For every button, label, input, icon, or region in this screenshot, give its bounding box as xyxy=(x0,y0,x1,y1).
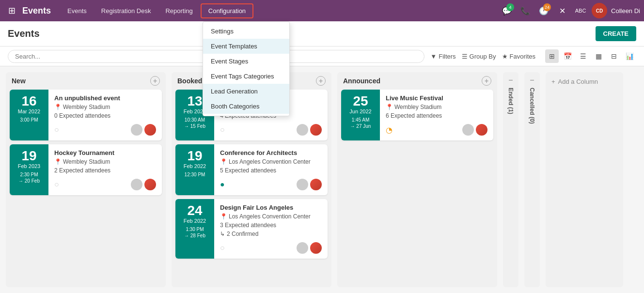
card-date-new-2: 19 Feb 2023 2:30 PM → 20 Feb xyxy=(10,144,48,195)
page-title: Events xyxy=(8,28,40,39)
card-title[interactable]: Live Music Festival xyxy=(386,94,487,102)
favorites-btn[interactable]: ★ Favorites xyxy=(502,53,535,60)
menu-event-templates[interactable]: Event Templates xyxy=(203,39,289,54)
column-booked-add-btn[interactable]: + xyxy=(316,76,326,86)
column-new-title: New xyxy=(12,77,26,85)
create-button[interactable]: CREATE xyxy=(596,26,636,41)
location-pin-icon: 📍 xyxy=(54,104,62,110)
clock-icon-btn[interactable]: 🕐 24 xyxy=(536,3,551,18)
card-date-announced-1: 25 Jun 2022 1:45 AM → 27 Jun xyxy=(341,90,380,140)
menu-event-stages[interactable]: Event Stages xyxy=(203,54,289,69)
card-user-icons xyxy=(297,242,322,254)
table-row: 16 Mar 2022 3:00 PM An unpublished event… xyxy=(10,90,162,140)
card-date-arrow: → 27 Jun xyxy=(350,123,371,129)
status-orange-icon[interactable]: ◔ xyxy=(386,125,393,135)
card-day: 25 xyxy=(353,94,368,108)
column-ended-collapsed[interactable]: − Ended (1) xyxy=(503,72,518,287)
user-avatar-icon xyxy=(310,179,322,190)
menu-lead-generation[interactable]: Lead Generation xyxy=(203,84,289,99)
menu-event-tags-categories[interactable]: Event Tags Categories xyxy=(203,69,289,84)
column-cancelled-collapsed[interactable]: − Cancelled (0) xyxy=(524,72,540,287)
add-column-plus-icon: + xyxy=(551,78,555,85)
grid-icon[interactable]: ⊞ xyxy=(4,3,19,18)
grid-view-btn[interactable]: ⊟ xyxy=(607,49,621,63)
list-view-btn[interactable]: ☰ xyxy=(576,49,590,63)
collapse-minus-ended[interactable]: − xyxy=(508,76,513,85)
card-footer-booked-1: ○ xyxy=(220,124,322,136)
user-initials: ABC xyxy=(573,3,588,18)
configuration-dropdown: Settings Event Templates Event Stages Ev… xyxy=(203,21,290,116)
phone-icon-btn[interactable]: 📞 xyxy=(518,3,533,18)
chat-icon-btn[interactable]: 💬 4 xyxy=(500,3,514,18)
card-title[interactable]: Design Fair Los Angeles xyxy=(220,204,322,211)
card-attendees: 3 Expected attendees xyxy=(220,222,322,229)
nav-reporting[interactable]: Reporting xyxy=(158,4,199,17)
card-location-text: Los Angeles Convention Center xyxy=(229,158,311,165)
table-row: 19 Feb 2022 12:30 PM Conference for Arch… xyxy=(175,144,328,195)
card-user-icons xyxy=(131,124,156,136)
menu-booth-categories[interactable]: Booth Categories xyxy=(203,99,289,114)
column-cancelled-label: Cancelled (0) xyxy=(529,88,535,124)
card-attendees: 5 Expected attendees xyxy=(220,167,322,174)
card-time: 2:30 PM xyxy=(20,172,38,177)
user-avatar[interactable]: CD xyxy=(592,3,607,18)
chart-view-btn[interactable]: 📊 xyxy=(623,49,636,63)
column-new-add-btn[interactable]: + xyxy=(150,76,160,86)
column-ended-label: Ended (1) xyxy=(507,88,514,114)
kanban-view-btn[interactable]: ⊞ xyxy=(545,49,559,63)
card-location: 📍 Los Angeles Convention Center xyxy=(220,158,322,165)
user-avatar-icon xyxy=(476,124,487,136)
card-location: 📍 Wembley Stadium xyxy=(54,158,156,165)
card-title[interactable]: Hockey Tournament xyxy=(54,149,156,156)
user-avatar-icon xyxy=(310,242,322,254)
collapse-minus-cancelled[interactable]: − xyxy=(530,76,534,85)
nav-events[interactable]: Events xyxy=(61,4,94,17)
nav-configuration[interactable]: Configuration xyxy=(201,3,253,18)
status-circle-icon[interactable]: ○ xyxy=(54,180,59,189)
column-new-header: New + xyxy=(6,72,166,90)
favorites-label: Favorites xyxy=(510,53,535,60)
card-title[interactable]: An unpublished event xyxy=(54,94,156,102)
card-attendees: 2 Expected attendees xyxy=(54,167,156,174)
filters-btn[interactable]: ▼ Filters xyxy=(430,53,456,60)
card-title[interactable]: Conference for Architects xyxy=(220,149,322,156)
card-day: 24 xyxy=(187,204,202,217)
card-location-text: Wembley Stadium xyxy=(63,158,110,165)
location-pin-icon: 📍 xyxy=(220,213,227,220)
card-footer-booked-2: ● xyxy=(220,179,322,190)
add-column-btn[interactable]: + Add a Column xyxy=(546,72,623,287)
card-location-text: Wembley Stadium xyxy=(394,104,441,110)
status-teal-icon[interactable]: ● xyxy=(220,180,225,189)
close-icon-btn[interactable]: ✕ xyxy=(555,3,569,18)
card-location-text: Los Angeles Convention Center xyxy=(229,213,311,220)
chat-badge: 4 xyxy=(506,3,514,11)
card-month-year: Feb 2022 xyxy=(184,217,206,225)
status-circle-icon[interactable]: ○ xyxy=(54,125,59,134)
user-avatar-icon xyxy=(310,124,322,136)
user-dot xyxy=(131,124,142,136)
card-user-icons xyxy=(297,179,322,190)
card-body-new-2: Hockey Tournament 📍 Wembley Stadium 2 Ex… xyxy=(48,144,162,195)
card-user-icons xyxy=(297,124,322,136)
column-new-cards: 16 Mar 2022 3:00 PM An unpublished event… xyxy=(6,90,166,287)
column-booked-cards: 13 Feb 2022 10:30 AM → 15 Feb ... 📍 ...n… xyxy=(172,90,331,287)
card-date-arrow: → 28 Feb xyxy=(184,233,205,238)
status-circle-icon[interactable]: ○ xyxy=(220,125,225,134)
location-pin-icon: 📍 xyxy=(220,158,227,165)
location-pin-icon: 📍 xyxy=(54,158,62,165)
group-by-btn[interactable]: ☰ Group By xyxy=(462,53,496,60)
status-circle-icon[interactable]: ○ xyxy=(220,244,225,252)
user-dot xyxy=(297,124,308,136)
nav-registration-desk[interactable]: Registration Desk xyxy=(94,4,158,17)
avatar-label: CD xyxy=(596,8,603,14)
confirmed-text: 2 Confirmed xyxy=(227,231,258,237)
column-announced-add-btn[interactable]: + xyxy=(482,76,491,86)
user-name[interactable]: Colleen Di xyxy=(611,7,640,15)
table-view-btn[interactable]: ▦ xyxy=(592,49,605,63)
calendar-view-btn[interactable]: 📅 xyxy=(561,49,574,63)
card-confirmed: ↳ 2 Confirmed xyxy=(220,231,322,237)
filters-label: Filters xyxy=(439,53,456,60)
menu-settings[interactable]: Settings xyxy=(203,24,289,39)
top-nav: ⊞ Events Events Registration Desk Report… xyxy=(0,0,644,21)
toolbar: ▼ Filters ☰ Group By ★ Favorites ⊞ 📅 ☰ ▦… xyxy=(0,46,644,66)
